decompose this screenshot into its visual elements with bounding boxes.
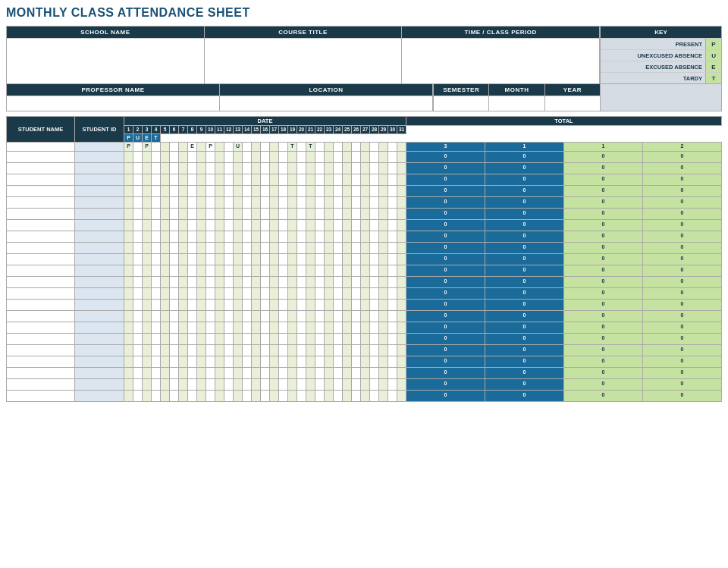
date-entry-cell[interactable] [243, 276, 252, 287]
date-entry-cell[interactable] [224, 151, 234, 162]
date-entry-cell[interactable] [270, 276, 279, 287]
date-entry-cell[interactable] [188, 196, 197, 208]
date-entry-cell[interactable] [315, 208, 325, 219]
date-entry-cell[interactable] [306, 162, 315, 174]
date-entry-cell[interactable] [215, 208, 224, 219]
date-entry-cell[interactable] [143, 344, 152, 356]
date-entry-cell[interactable] [261, 299, 270, 310]
date-entry-cell[interactable] [379, 287, 388, 299]
student-id-cell[interactable] [75, 185, 124, 196]
date-entry-cell[interactable] [306, 265, 315, 276]
date-entry-cell[interactable] [279, 185, 288, 196]
date-entry-cell[interactable] [197, 219, 206, 231]
date-entry-cell[interactable] [288, 162, 297, 174]
date-entry-cell[interactable] [343, 242, 352, 253]
date-entry-cell[interactable] [315, 276, 325, 287]
date-entry-cell[interactable] [188, 344, 197, 356]
date-entry-cell[interactable] [279, 231, 288, 242]
date-entry-cell[interactable] [334, 276, 343, 287]
student-id-cell[interactable] [75, 196, 124, 208]
date-entry-cell[interactable] [306, 378, 315, 390]
date-entry-cell[interactable] [243, 356, 252, 367]
date-entry-cell[interactable] [261, 219, 270, 231]
date-entry-cell[interactable] [388, 344, 397, 356]
date-entry-cell[interactable] [161, 390, 170, 401]
date-entry-cell[interactable] [306, 253, 315, 265]
date-entry-cell[interactable] [306, 287, 315, 299]
date-entry-cell[interactable] [143, 322, 152, 333]
date-entry-cell[interactable] [215, 143, 224, 151]
date-entry-cell[interactable] [224, 219, 234, 231]
date-entry-cell[interactable] [161, 208, 170, 219]
date-entry-cell[interactable] [252, 367, 261, 378]
date-entry-cell[interactable] [388, 253, 397, 265]
date-entry-cell[interactable] [361, 333, 370, 344]
date-entry-cell[interactable] [243, 265, 252, 276]
date-entry-cell[interactable] [188, 356, 197, 367]
date-entry-cell[interactable] [379, 333, 388, 344]
date-entry-cell[interactable] [234, 265, 243, 276]
date-entry-cell[interactable] [143, 174, 152, 185]
date-entry-cell[interactable] [170, 143, 179, 151]
date-entry-cell[interactable] [252, 185, 261, 196]
date-entry-cell[interactable] [224, 253, 234, 265]
date-entry-cell[interactable] [243, 174, 252, 185]
date-entry-cell[interactable] [161, 356, 170, 367]
date-entry-cell[interactable] [161, 231, 170, 242]
date-entry-cell[interactable] [297, 333, 306, 344]
date-entry-cell[interactable] [279, 310, 288, 322]
date-entry-cell[interactable] [215, 231, 224, 242]
date-entry-cell[interactable] [215, 333, 224, 344]
date-entry-cell[interactable] [197, 333, 206, 344]
date-entry-cell[interactable] [152, 162, 161, 174]
date-entry-cell[interactable] [361, 143, 370, 151]
date-entry-cell[interactable] [152, 333, 161, 344]
date-entry-cell[interactable] [370, 367, 379, 378]
date-entry-cell[interactable] [124, 356, 133, 367]
student-id-cell[interactable] [75, 299, 124, 310]
date-entry-cell[interactable] [334, 299, 343, 310]
date-entry-cell[interactable] [261, 378, 270, 390]
date-entry-cell[interactable] [252, 287, 261, 299]
student-name-cell[interactable] [7, 367, 75, 378]
date-entry-cell[interactable] [352, 333, 361, 344]
date-entry-cell[interactable] [261, 333, 270, 344]
date-entry-cell[interactable] [279, 208, 288, 219]
date-entry-cell[interactable] [143, 333, 152, 344]
date-entry-cell[interactable] [215, 219, 224, 231]
date-entry-cell[interactable] [124, 299, 133, 310]
date-entry-cell[interactable] [370, 344, 379, 356]
date-entry-cell[interactable] [215, 253, 224, 265]
date-entry-cell[interactable] [361, 242, 370, 253]
date-entry-cell[interactable] [315, 287, 325, 299]
date-entry-cell[interactable] [370, 219, 379, 231]
date-entry-cell[interactable] [179, 208, 188, 219]
date-entry-cell[interactable] [370, 356, 379, 367]
date-entry-cell[interactable] [334, 174, 343, 185]
date-entry-cell[interactable] [161, 143, 170, 151]
date-entry-cell[interactable] [370, 242, 379, 253]
date-entry-cell[interactable] [379, 356, 388, 367]
student-id-cell[interactable] [75, 265, 124, 276]
date-entry-cell[interactable] [143, 378, 152, 390]
date-entry-cell[interactable] [370, 208, 379, 219]
student-name-cell[interactable] [7, 208, 75, 219]
date-entry-cell[interactable] [270, 390, 279, 401]
date-entry-cell[interactable] [124, 265, 133, 276]
date-entry-cell[interactable] [315, 143, 325, 151]
date-entry-cell[interactable] [252, 356, 261, 367]
student-id-cell[interactable] [75, 231, 124, 242]
date-entry-cell[interactable] [379, 322, 388, 333]
date-entry-cell[interactable] [397, 208, 406, 219]
date-entry-cell[interactable] [388, 231, 397, 242]
date-entry-cell[interactable] [133, 310, 143, 322]
date-entry-cell[interactable] [397, 242, 406, 253]
date-entry-cell[interactable] [279, 162, 288, 174]
date-entry-cell[interactable] [361, 322, 370, 333]
date-entry-cell[interactable] [234, 299, 243, 310]
date-entry-cell[interactable]: P [206, 143, 215, 151]
date-entry-cell[interactable] [170, 390, 179, 401]
date-entry-cell[interactable] [206, 185, 215, 196]
date-entry-cell[interactable] [133, 265, 143, 276]
date-entry-cell[interactable] [206, 174, 215, 185]
